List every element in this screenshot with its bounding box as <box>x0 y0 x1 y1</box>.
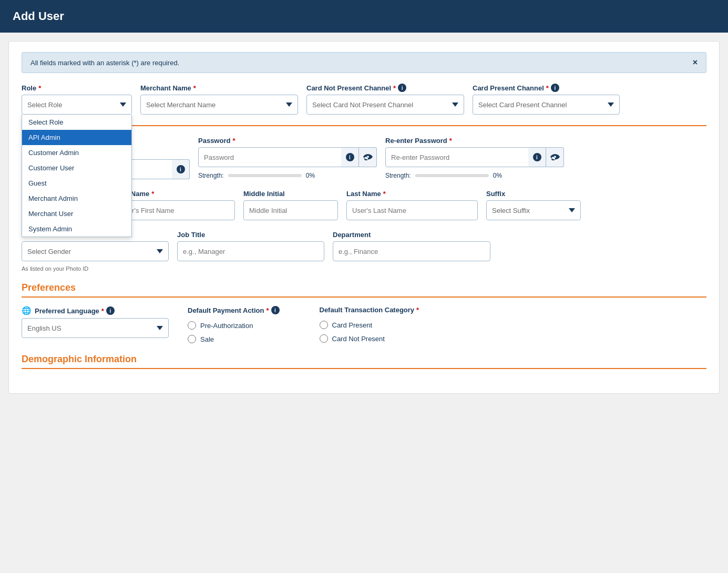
preferences-heading: Preferences <box>22 282 706 293</box>
repassword-strength-value: 0% <box>493 172 502 179</box>
username-icon-group: i <box>172 159 190 179</box>
cp-info-icon[interactable]: i <box>551 84 559 92</box>
dept-label: Department <box>333 231 490 239</box>
repassword-field-group: Re-enter Password* i Strength: <box>385 137 564 179</box>
alert-message: All fields marked with an asterisk (*) a… <box>30 59 179 67</box>
merchant-name-select[interactable]: Select Merchant Name <box>140 95 298 115</box>
password-field-group: Password* i Strength: <box>198 137 377 179</box>
username-info-icon[interactable]: i <box>172 159 190 179</box>
password-strength-row: Strength: 0% <box>198 172 377 179</box>
demographic-section: Demographic Information <box>22 354 706 369</box>
payment-action-label: Default Payment Action* i <box>188 306 280 314</box>
gender-select[interactable]: Select Gender Male Female Non-binary Pre… <box>22 241 169 261</box>
role-option-api-admin[interactable]: API Admin <box>22 130 131 145</box>
firstname-input[interactable] <box>114 200 235 220</box>
cnp-channel-label: Card Not Present Channel* i <box>306 84 464 92</box>
merchant-name-label: Merchant Name* <box>140 84 298 92</box>
repassword-strength-bar <box>415 174 489 177</box>
role-option-merchant-admin[interactable]: Merchant Admin <box>22 191 131 206</box>
transaction-category-radio-group: Card Present Card Not Present <box>320 321 419 343</box>
role-label: Role* <box>22 84 132 92</box>
jobtitle-input[interactable] <box>177 241 324 261</box>
password-input-wrapper: i <box>198 147 377 167</box>
repassword-input-wrapper: i <box>385 147 564 167</box>
alert-close-button[interactable]: × <box>693 58 698 67</box>
suffix-label: Suffix <box>486 190 581 198</box>
row-role-merchant: Role* Select Role API Admin Customer Adm… <box>22 84 706 115</box>
demographic-divider <box>22 368 706 369</box>
alert-bar: All fields marked with an asterisk (*) a… <box>22 52 706 73</box>
role-dropdown-wrapper: Select Role API Admin Customer Admin Cus… <box>22 95 132 115</box>
suffix-select[interactable]: Select Suffix Jr. Sr. II III IV <box>486 200 581 220</box>
password-info-icon[interactable]: i <box>341 147 359 167</box>
password-strength-label: Strength: <box>198 172 224 179</box>
lang-field-group: 🌐 Preferred Language* i English US Spani… <box>22 306 169 338</box>
lastname-field-group: Last Name* <box>346 190 478 220</box>
form-container: All fields marked with an asterisk (*) a… <box>8 41 720 394</box>
dept-input[interactable] <box>333 241 490 261</box>
repassword-label: Re-enter Password* <box>385 137 564 145</box>
payment-action-radio-group: Pre-Authorization Sale <box>188 321 280 343</box>
cnp-info-icon[interactable]: i <box>398 84 406 92</box>
role-option-system-admin[interactable]: System Admin <box>22 221 131 237</box>
transaction-category-card-not-present[interactable]: Card Not Present <box>320 334 419 343</box>
role-select[interactable]: Select Role API Admin Customer Admin Cus… <box>22 95 132 115</box>
demographic-heading: Demographic Information <box>22 354 706 365</box>
password-strength-bar <box>228 174 302 177</box>
password-label: Password* <box>198 137 377 145</box>
payment-action-field-group: Default Payment Action* i Pre-Authorizat… <box>188 306 280 343</box>
cp-channel-select[interactable]: Select Card Present Channel <box>473 95 620 115</box>
jobtitle-field-group: Job Title <box>177 231 324 261</box>
password-strength-value: 0% <box>306 172 315 179</box>
gender-sublabel: As listed on your Photo ID <box>22 265 169 272</box>
payment-action-sale[interactable]: Sale <box>188 335 280 343</box>
cnp-channel-select[interactable]: Select Card Not Present Channel <box>306 95 464 115</box>
repassword-icon-group: i <box>528 147 564 167</box>
role-option-guest[interactable]: Guest <box>22 176 131 191</box>
role-dropdown-open: Select Role API Admin Customer Admin Cus… <box>22 115 132 237</box>
lang-info-icon[interactable]: i <box>106 306 115 315</box>
lang-select[interactable]: English US Spanish French German <box>22 318 169 338</box>
payment-action-info-icon[interactable]: i <box>271 306 280 314</box>
password-icon-group: i <box>341 147 377 167</box>
payment-action-pre-auth[interactable]: Pre-Authorization <box>188 321 280 330</box>
page-title: Add User <box>13 9 64 23</box>
cp-channel-field-group: Card Present Channel* i Select Card Pres… <box>473 84 620 115</box>
transaction-category-label: Default Transaction Category* <box>320 306 419 314</box>
firstname-label: First Name* <box>114 190 235 198</box>
preferences-divider <box>22 296 706 298</box>
jobtitle-label: Job Title <box>177 231 324 239</box>
mi-label: Middle Initial <box>243 190 338 198</box>
preferences-row: 🌐 Preferred Language* i English US Spani… <box>22 306 706 343</box>
repassword-strength-label: Strength: <box>385 172 411 179</box>
cnp-channel-field-group: Card Not Present Channel* i Select Card … <box>306 84 464 115</box>
role-option-select-role[interactable]: Select Role <box>22 115 131 130</box>
cp-channel-label: Card Present Channel* i <box>473 84 620 92</box>
lastname-label: Last Name* <box>346 190 478 198</box>
page-header: Add User <box>0 0 728 33</box>
password-toggle-visibility-icon[interactable] <box>359 147 377 167</box>
role-field-group: Role* Select Role API Admin Customer Adm… <box>22 84 132 115</box>
transaction-category-card-present[interactable]: Card Present <box>320 321 419 329</box>
role-option-merchant-user[interactable]: Merchant User <box>22 206 131 221</box>
transaction-category-field-group: Default Transaction Category* Card Prese… <box>320 306 419 343</box>
firstname-field-group: First Name* <box>114 190 235 220</box>
repassword-strength-row: Strength: 0% <box>385 172 564 179</box>
role-option-customer-user[interactable]: Customer User <box>22 160 131 176</box>
lastname-input[interactable] <box>346 200 478 220</box>
mi-input[interactable] <box>243 200 338 220</box>
suffix-field-group: Suffix Select Suffix Jr. Sr. II III IV <box>486 190 581 220</box>
dept-field-group: Department <box>333 231 490 261</box>
repassword-info-icon[interactable]: i <box>528 147 546 167</box>
preferences-section: Preferences 🌐 Preferred Language* i Engl… <box>22 282 706 343</box>
mi-field-group: Middle Initial <box>243 190 338 220</box>
repassword-toggle-visibility-icon[interactable] <box>546 147 564 167</box>
merchant-name-field-group: Merchant Name* Select Merchant Name <box>140 84 298 115</box>
globe-icon: 🌐 <box>22 306 32 315</box>
role-option-customer-admin[interactable]: Customer Admin <box>22 145 131 160</box>
lang-label: 🌐 Preferred Language* i <box>22 306 169 315</box>
